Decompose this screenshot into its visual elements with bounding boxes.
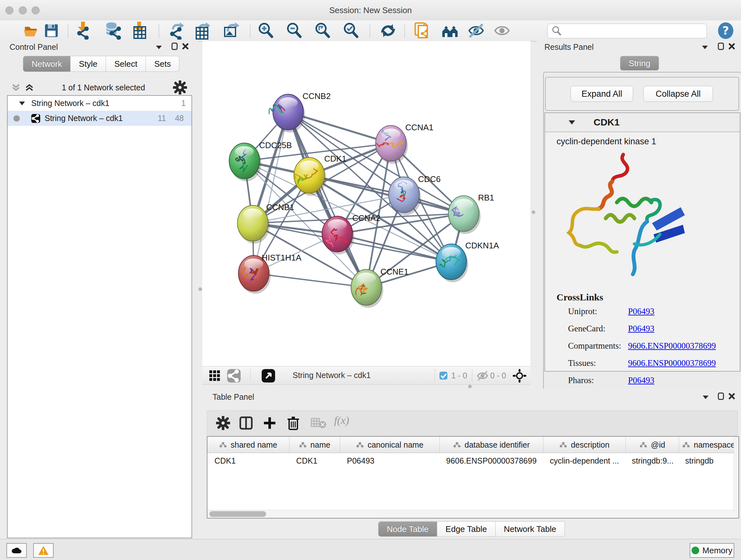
left-splitter-handle[interactable]: [199, 287, 202, 291]
delete-column-icon[interactable]: [286, 415, 300, 431]
zoom-out-icon[interactable]: [286, 22, 304, 40]
cell[interactable]: CDK1: [289, 453, 340, 469]
tab-string[interactable]: String: [620, 56, 659, 71]
network-row-selected[interactable]: String Network – cdk1 11 48: [8, 111, 192, 126]
network-node[interactable]: [381, 129, 401, 139]
zoom-selected-icon[interactable]: [342, 22, 360, 40]
cell[interactable]: cyclin-dependent ...: [543, 453, 625, 469]
network-node[interactable]: [300, 161, 319, 172]
network-view-mode-icon[interactable]: [227, 369, 241, 382]
network-node[interactable]: [243, 208, 262, 219]
column-header-shared-name[interactable]: shared name: [207, 437, 289, 453]
panel-close-icon[interactable]: [728, 393, 735, 400]
crosslink-link[interactable]: 9606.ENSP00000378699: [628, 358, 716, 368]
apply-layout-icon[interactable]: [379, 22, 397, 40]
toolbar-separator: [434, 369, 435, 382]
export-table-icon[interactable]: [193, 22, 211, 40]
cell[interactable]: P06493: [340, 453, 439, 469]
network-node[interactable]: [357, 273, 376, 284]
show-all-icon[interactable]: [493, 22, 511, 40]
fit-selected-crosshair-icon[interactable]: [513, 369, 527, 383]
scrollbar-thumb[interactable]: [209, 511, 266, 517]
table-vertical-scrollbar[interactable]: [734, 437, 738, 510]
save-session-icon[interactable]: [43, 22, 60, 40]
column-header-namespace[interactable]: namespace: [679, 437, 738, 453]
show-columns-icon[interactable]: [239, 416, 253, 430]
tab-sets[interactable]: Sets: [145, 56, 179, 72]
crosslink-link[interactable]: P06493: [628, 307, 655, 316]
network-node[interactable]: [235, 146, 254, 157]
right-splitter-handle[interactable]: [532, 210, 535, 214]
gene-section-header[interactable]: CDK1: [545, 113, 740, 132]
crosslink-link[interactable]: P06493: [628, 324, 655, 334]
help-icon[interactable]: ?: [717, 22, 735, 40]
network-node[interactable]: [442, 247, 461, 258]
network-view-canvas[interactable]: CCNB2CCNA1CDC25BCDK1CDC6RB1CCNB1CCNA2CDK…: [202, 41, 530, 366]
horizontal-splitter-handle[interactable]: [468, 385, 472, 388]
panel-float-icon[interactable]: [718, 392, 724, 400]
warnings-button[interactable]: [33, 543, 54, 558]
hide-unhide-icon[interactable]: [467, 22, 485, 40]
table-horizontal-scrollbar[interactable]: [207, 510, 738, 518]
import-table-icon[interactable]: [130, 22, 148, 40]
tab-edge-table[interactable]: Edge Table: [437, 521, 495, 537]
panel-close-icon[interactable]: [182, 43, 189, 50]
collapse-all-button[interactable]: Collapse All: [643, 86, 713, 102]
column-header-description[interactable]: description: [543, 437, 626, 453]
create-column-icon[interactable]: [263, 416, 277, 430]
section-expander-icon[interactable]: [568, 119, 576, 125]
cell[interactable]: stringdb: [678, 453, 737, 469]
import-network-file-icon[interactable]: [74, 22, 92, 40]
network-collection-row[interactable]: String Network – cdk1 1: [8, 96, 192, 111]
birds-eye-view-icon[interactable]: [262, 369, 275, 382]
network-options-gear-icon[interactable]: [173, 80, 187, 95]
results-panel-title: Results Panel: [544, 43, 594, 52]
cell[interactable]: CDK1: [207, 453, 289, 469]
tab-network-table[interactable]: Network Table: [495, 521, 565, 537]
zoom-in-icon[interactable]: [257, 22, 275, 40]
column-header-name[interactable]: name: [289, 437, 340, 453]
tab-select[interactable]: Select: [106, 56, 146, 72]
tab-node-table[interactable]: Node Table: [378, 521, 437, 537]
zoom-fit-icon[interactable]: [314, 22, 332, 40]
panel-menu-icon[interactable]: [701, 44, 709, 50]
panel-float-icon[interactable]: [718, 43, 724, 50]
export-image-icon[interactable]: [222, 22, 240, 40]
panel-menu-icon[interactable]: [702, 394, 709, 400]
panel-menu-icon[interactable]: [155, 44, 162, 50]
string-network-graph[interactable]: CCNB2CCNA1CDC25BCDK1CDC6RB1CCNB1CCNA2CDK…: [202, 41, 530, 366]
grid-mode-icon[interactable]: [209, 370, 221, 382]
cell[interactable]: stringdb:9...: [625, 453, 678, 469]
network-node[interactable]: [279, 98, 298, 108]
duplicate-network-icon[interactable]: [413, 22, 431, 40]
cell[interactable]: 9606.ENSP00000378699: [439, 453, 543, 469]
tab-style[interactable]: Style: [70, 56, 106, 72]
collection-expander-icon[interactable]: [18, 101, 25, 106]
tab-network[interactable]: Network: [23, 56, 71, 72]
open-session-icon[interactable]: [22, 22, 40, 40]
selected-checkbox-icon[interactable]: [439, 371, 448, 380]
table-data-row[interactable]: CDK1CDK1P064939606.ENSP00000378699cyclin…: [207, 453, 738, 469]
search-input[interactable]: [565, 26, 706, 36]
network-node[interactable]: [328, 219, 347, 230]
crosslink-link[interactable]: 9606.ENSP00000378699: [628, 341, 716, 351]
panel-float-icon[interactable]: [171, 43, 178, 50]
string-home-icon[interactable]: [441, 22, 459, 40]
table-options-gear-icon[interactable]: [216, 416, 230, 430]
crosslink-link[interactable]: P06493: [628, 375, 655, 385]
memory-button[interactable]: Memory: [690, 543, 734, 558]
network-node[interactable]: [244, 259, 263, 269]
column-header-canonical-name[interactable]: canonical name: [340, 437, 440, 453]
import-network-database-icon[interactable]: [105, 22, 122, 40]
expand-all-networks-icon[interactable]: [25, 83, 34, 91]
hidden-eye-slash-icon[interactable]: [476, 370, 489, 381]
panel-close-icon[interactable]: [728, 43, 735, 50]
network-node[interactable]: [394, 180, 414, 191]
network-node[interactable]: [454, 199, 473, 210]
export-network-icon[interactable]: [167, 22, 185, 40]
cloud-status-button[interactable]: [6, 543, 27, 558]
column-header--id[interactable]: @id: [626, 437, 679, 453]
collapse-all-networks-icon[interactable]: [11, 83, 20, 91]
column-header-database-identifier[interactable]: database identifier: [440, 437, 543, 453]
expand-all-button[interactable]: Expand All: [570, 86, 633, 102]
